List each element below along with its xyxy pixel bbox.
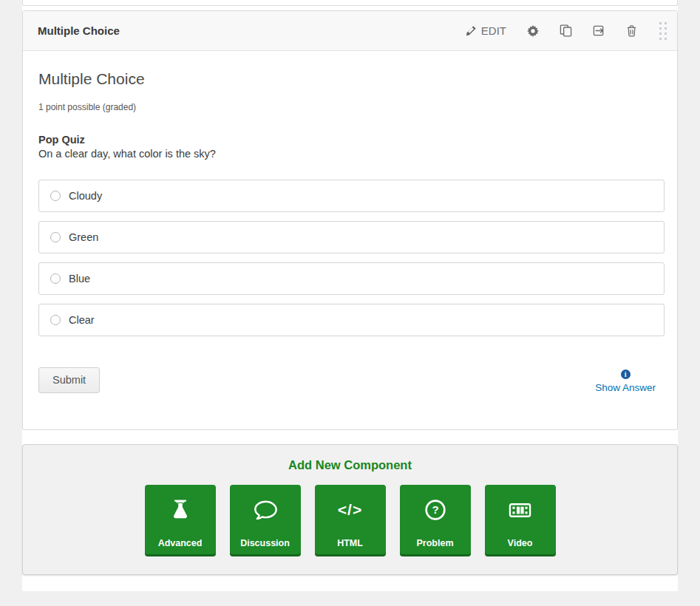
choice-row-clear[interactable]: Clear bbox=[38, 304, 665, 336]
choice-label: Cloudy bbox=[69, 190, 102, 202]
film-icon bbox=[485, 491, 556, 529]
points-possible-text: 1 point possible (graded) bbox=[38, 102, 665, 112]
move-button[interactable] bbox=[593, 24, 605, 37]
radio-button[interactable] bbox=[50, 315, 61, 325]
show-answer-button[interactable]: i Show Answer bbox=[595, 368, 656, 393]
speech-bubble-icon bbox=[230, 491, 301, 529]
component-button-label: Problem bbox=[400, 538, 471, 548]
add-video-button[interactable]: Video bbox=[485, 485, 556, 556]
component-title: Multiple Choice bbox=[38, 24, 120, 37]
choice-row-cloudy[interactable]: Cloudy bbox=[38, 180, 665, 212]
radio-button[interactable] bbox=[50, 232, 61, 242]
previous-component-edge bbox=[22, 0, 678, 6]
choice-row-green[interactable]: Green bbox=[38, 221, 665, 253]
question-circle-icon: ? bbox=[400, 491, 471, 529]
move-icon bbox=[593, 24, 605, 37]
problem-display-name: Multiple Choice bbox=[38, 70, 665, 88]
settings-button[interactable] bbox=[527, 25, 539, 37]
component-button-label: Discussion bbox=[230, 538, 301, 548]
code-icon: </> bbox=[315, 491, 386, 529]
choice-row-blue[interactable]: Blue bbox=[38, 262, 665, 295]
component-actions: EDIT bbox=[466, 21, 668, 41]
submit-button[interactable]: Submit bbox=[38, 367, 100, 393]
show-answer-label: Show Answer bbox=[595, 382, 656, 393]
component-button-label: HTML bbox=[315, 538, 386, 548]
pencil-icon bbox=[466, 26, 476, 36]
problem-actions-row: Submit i Show Answer bbox=[38, 367, 665, 393]
trash-icon bbox=[626, 24, 637, 37]
add-discussion-button[interactable]: Discussion bbox=[230, 485, 301, 556]
unit-content-column: Multiple Choice EDIT bbox=[22, 0, 678, 591]
choice-label: Green bbox=[69, 231, 98, 243]
component-header: Multiple Choice EDIT bbox=[23, 11, 677, 51]
add-html-button[interactable]: </> HTML bbox=[315, 485, 386, 556]
radio-button[interactable] bbox=[50, 191, 61, 201]
component-type-buttons: Advanced Discussion </> HTML bbox=[23, 485, 677, 556]
choice-label: Blue bbox=[69, 273, 90, 285]
duplicate-button[interactable] bbox=[560, 24, 572, 37]
question-label: Pop Quiz bbox=[38, 134, 665, 146]
choice-label: Clear bbox=[69, 314, 95, 326]
radio-button[interactable] bbox=[50, 273, 61, 284]
info-icon: i bbox=[621, 370, 631, 379]
gear-icon bbox=[527, 25, 539, 37]
drag-handle-icon[interactable] bbox=[658, 21, 668, 41]
duplicate-icon bbox=[560, 24, 572, 37]
svg-text:?: ? bbox=[432, 503, 438, 516]
edit-button-label: EDIT bbox=[481, 25, 506, 36]
add-advanced-button[interactable]: Advanced bbox=[145, 485, 216, 556]
multiple-choice-component-card: Multiple Choice EDIT bbox=[22, 10, 678, 430]
component-button-label: Video bbox=[485, 538, 556, 548]
studio-unit-page: Multiple Choice EDIT bbox=[0, 0, 700, 606]
flask-icon bbox=[145, 491, 216, 529]
delete-button[interactable] bbox=[626, 24, 637, 37]
add-new-component-title: Add New Component bbox=[23, 458, 677, 472]
question-text: On a clear day, what color is the sky? bbox=[38, 148, 665, 160]
problem-preview: Multiple Choice 1 point possible (graded… bbox=[23, 51, 677, 393]
add-new-component-panel: Add New Component Advanced bbox=[22, 444, 678, 575]
edit-button[interactable]: EDIT bbox=[466, 25, 506, 36]
add-problem-button[interactable]: ? Problem bbox=[400, 485, 471, 556]
component-button-label: Advanced bbox=[145, 538, 216, 548]
